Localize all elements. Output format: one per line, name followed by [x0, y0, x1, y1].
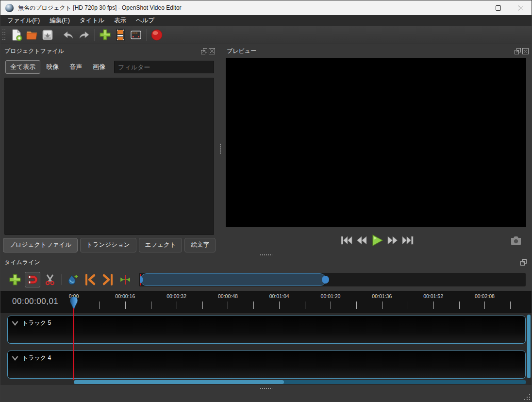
preview-title: プレビュー [227, 47, 256, 55]
fast-forward-button[interactable] [387, 235, 399, 246]
filter-show-all-button[interactable]: 全て表示 [5, 60, 40, 74]
ruler-tick-major [331, 302, 331, 309]
menu-title[interactable]: タイトル [75, 16, 109, 26]
float-panel-button[interactable] [201, 48, 207, 54]
close-panel-button[interactable] [522, 48, 529, 54]
splitter-grip-icon[interactable] [260, 388, 272, 389]
ruler-tick-major [177, 302, 177, 309]
razor-tool-button[interactable] [42, 272, 58, 287]
filter-video-button[interactable]: 映像 [41, 60, 64, 74]
import-files-button[interactable] [97, 27, 113, 43]
track-row-5[interactable]: トラック 5 [7, 316, 526, 344]
snapshot-button[interactable] [510, 235, 522, 245]
panel-splitter-horizontal[interactable] [0, 253, 532, 257]
ruler-tick-major [125, 302, 126, 309]
media-filter-row: 全て表示 映像 音声 画像 [0, 56, 218, 74]
timeline-hscroll-row [0, 380, 532, 385]
previous-marker-button[interactable] [83, 272, 98, 287]
undo-button[interactable] [61, 27, 76, 43]
playhead-marker[interactable] [70, 297, 78, 311]
tab-transitions[interactable]: トランジション [80, 238, 136, 252]
jump-to-start-button[interactable] [341, 235, 352, 246]
play-button[interactable] [371, 234, 383, 247]
filter-image-button[interactable]: 画像 [88, 60, 110, 74]
rewind-button[interactable] [356, 235, 367, 246]
panel-splitter-vertical[interactable] [218, 44, 223, 253]
float-panel-button[interactable] [515, 48, 521, 54]
main-toolbar [0, 26, 532, 44]
filter-input[interactable] [114, 61, 214, 73]
ruler-tick-minor [100, 302, 100, 309]
redo-button[interactable] [76, 27, 92, 43]
track-header: トラック 5 [8, 316, 525, 327]
float-panel-button[interactable] [520, 259, 527, 266]
preview-video-area[interactable] [226, 58, 526, 227]
new-project-button[interactable] [9, 27, 24, 43]
toolbar-drag-handle[interactable] [2, 29, 6, 41]
undo-icon [62, 29, 75, 41]
project-files-list[interactable] [4, 78, 214, 235]
chevron-down-icon[interactable] [12, 321, 18, 326]
open-project-button[interactable] [24, 27, 40, 43]
float-panel-icon [201, 48, 207, 54]
minimize-button[interactable] [465, 0, 487, 15]
playback-controls [223, 227, 532, 253]
ruler-tick-major [433, 302, 434, 309]
timeline-vertical-scrollbar[interactable] [527, 315, 531, 378]
transport-buttons [223, 234, 532, 247]
zoom-slider-handle[interactable] [322, 276, 329, 284]
chevron-down-icon[interactable] [12, 356, 18, 361]
window-resize-grip[interactable] [524, 394, 531, 401]
timeline-zoom-slider[interactable] [139, 273, 526, 286]
ruler-tick-minor [356, 302, 357, 309]
ruler-tick-major [228, 302, 228, 309]
dock-tabs-row: プロジェクトファイル トランジション エフェクト 絵文字 [0, 238, 218, 253]
add-track-icon [8, 273, 22, 286]
splitter-grip-icon [220, 143, 221, 154]
zoom-slider-range[interactable] [140, 273, 326, 286]
tab-project-files[interactable]: プロジェクトファイル [3, 238, 78, 252]
add-track-button[interactable] [7, 272, 23, 287]
fullscreen-button[interactable] [128, 27, 144, 43]
redo-icon [78, 29, 90, 41]
main-dock-area: プロジェクトファイル [0, 44, 532, 253]
openshot-logo-icon [5, 4, 14, 12]
fullscreen-icon [131, 31, 141, 39]
add-marker-button[interactable] [65, 272, 81, 287]
menu-edit[interactable]: 編集(E) [45, 16, 75, 26]
maximize-button[interactable] [487, 0, 509, 15]
fast-forward-icon [387, 235, 399, 246]
ruler-label: 00:00:48 [218, 293, 238, 299]
save-project-button[interactable] [40, 27, 55, 43]
project-files-panel: プロジェクトファイル [0, 44, 218, 253]
rewind-icon [356, 235, 367, 246]
snapping-toggle-button[interactable] [25, 272, 40, 287]
ruler-label: 00:00:16 [115, 293, 135, 299]
next-marker-button[interactable] [100, 272, 116, 287]
close-panel-button[interactable] [209, 48, 215, 54]
menu-help[interactable]: ヘルプ [131, 16, 159, 26]
track-row-4[interactable]: トラック 4 [7, 351, 526, 379]
filter-audio-button[interactable]: 音声 [65, 60, 87, 74]
menu-view[interactable]: 表示 [109, 16, 131, 26]
tab-effects[interactable]: エフェクト [139, 238, 183, 252]
jump-to-start-icon [341, 235, 352, 246]
close-button[interactable] [509, 0, 532, 15]
float-panel-icon [515, 48, 521, 54]
jump-to-end-button[interactable] [402, 235, 414, 246]
project-files-header-icons [201, 48, 215, 54]
openshot-window: 無名のプロジェクト [HD 720p 30 fps] - OpenShot Vi… [0, 0, 532, 402]
tab-emojis[interactable]: 絵文字 [184, 238, 216, 252]
playhead-line[interactable] [73, 313, 74, 380]
ruler-scale[interactable]: 0:0000:00:1600:00:3200:00:4800:01:0400:0… [0, 291, 532, 313]
menu-file[interactable]: ファイル(F) [2, 16, 45, 26]
export-video-button[interactable] [149, 27, 165, 43]
track-label: トラック 5 [22, 319, 51, 327]
timeline-horizontal-scroll-thumb[interactable] [74, 380, 284, 384]
toolbar-separator [146, 29, 147, 41]
import-files-icon [99, 28, 112, 41]
close-icon [518, 5, 523, 11]
timeline-header: タイムライン [0, 257, 532, 267]
center-playhead-button[interactable] [117, 272, 133, 287]
choose-profile-button[interactable] [113, 27, 128, 43]
